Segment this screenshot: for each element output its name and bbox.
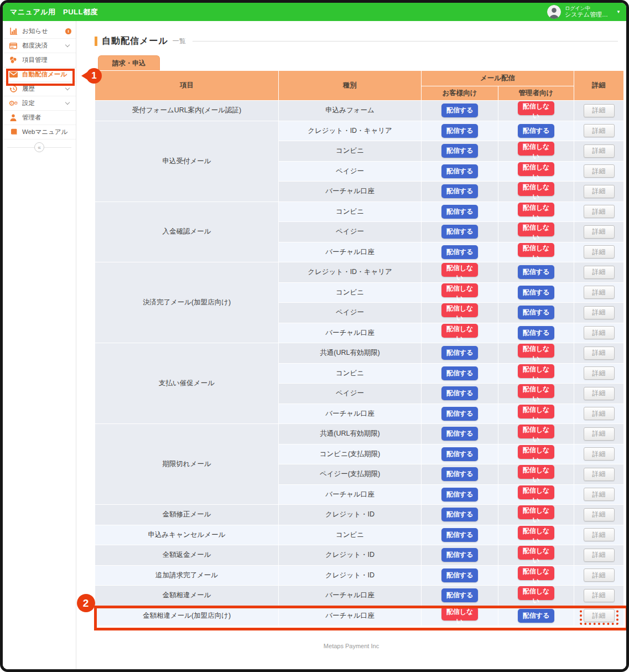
detail-button[interactable]: 詳細 <box>584 306 615 319</box>
deliver-off-button[interactable]: 配信しない <box>518 162 554 176</box>
detail-button[interactable]: 詳細 <box>584 185 615 198</box>
detail-button[interactable]: 詳細 <box>584 549 615 562</box>
detail-button[interactable]: 詳細 <box>584 104 615 117</box>
deliver-off-button[interactable]: 配信しない <box>518 546 554 560</box>
detail-button[interactable]: 詳細 <box>584 568 615 582</box>
page-subtitle: 一覧 <box>173 37 186 46</box>
deliver-off-button[interactable]: 配信しない <box>518 445 554 459</box>
deliver-on-button[interactable]: 配信する <box>441 144 478 158</box>
deliver-on-button[interactable]: 配信する <box>441 346 478 360</box>
deliver-on-button[interactable]: 配信する <box>441 366 478 380</box>
deliver-off-button[interactable]: 配信しない <box>518 586 554 600</box>
customer-delivery-cell: 配信する <box>422 404 498 424</box>
detail-button[interactable]: 詳細 <box>584 245 615 259</box>
deliver-on-button[interactable]: 配信する <box>441 184 478 198</box>
detail-button[interactable]: 詳細 <box>584 366 615 380</box>
deliver-off-button[interactable]: 配信しない <box>518 364 554 378</box>
deliver-on-button[interactable]: 配信する <box>441 427 478 441</box>
deliver-on-button[interactable]: 配信する <box>441 508 478 521</box>
deliver-off-button[interactable]: 配信しない <box>518 223 554 236</box>
deliver-on-button[interactable]: 配信する <box>441 124 478 138</box>
sidebar-item-item-management[interactable]: 項目管理 <box>3 53 76 68</box>
detail-button[interactable]: 詳細 <box>584 387 615 400</box>
deliver-off-button[interactable]: 配信しない <box>518 203 554 216</box>
detail-button[interactable]: 詳細 <box>584 528 615 541</box>
deliver-on-button[interactable]: 配信する <box>441 548 478 562</box>
sidebar-item-payments[interactable]: 都度決済 <box>3 39 76 53</box>
sidebar-item-auto-mail[interactable]: 自動配信メール <box>3 68 76 82</box>
deliver-on-button[interactable]: 配信する <box>441 164 478 178</box>
detail-button[interactable]: 詳細 <box>584 488 615 501</box>
detail-button[interactable]: 詳細 <box>584 427 615 441</box>
deliver-off-button[interactable]: 配信しない <box>441 263 478 277</box>
sidebar-item-history[interactable]: 履歴 <box>3 82 76 96</box>
sidebar-collapse-button[interactable]: « <box>34 142 44 152</box>
deliver-on-button[interactable]: 配信する <box>441 447 478 461</box>
deliver-off-button[interactable]: 配信しない <box>518 505 554 519</box>
deliver-off-button[interactable]: 配信しない <box>518 485 554 499</box>
deliver-on-button[interactable]: 配信する <box>518 265 554 279</box>
detail-button[interactable]: 詳細 <box>584 609 615 622</box>
deliver-on-button[interactable]: 配信する <box>441 104 478 117</box>
sidebar-item-web-manual[interactable]: Webマニュアル <box>3 125 76 139</box>
deliver-off-button[interactable]: 配信しない <box>441 324 478 338</box>
item-cell: 金額修正メール <box>95 505 279 525</box>
deliver-on-button[interactable]: 配信する <box>518 326 554 340</box>
deliver-on-button[interactable]: 配信する <box>518 306 554 319</box>
deliver-off-button[interactable]: 配信しない <box>518 465 554 479</box>
detail-button[interactable]: 詳細 <box>584 347 615 360</box>
deliver-off-button[interactable]: 配信しない <box>518 243 554 257</box>
deliver-on-button[interactable]: 配信する <box>441 245 478 259</box>
deliver-off-button[interactable]: 配信しない <box>441 607 478 621</box>
deliver-on-button[interactable]: 配信する <box>518 286 554 299</box>
credit-card-icon <box>9 43 18 49</box>
detail-button[interactable]: 詳細 <box>584 225 615 239</box>
deliver-off-button[interactable]: 配信しない <box>441 283 478 297</box>
tab-billing-application[interactable]: 請求・申込 <box>98 55 160 70</box>
detail-button[interactable]: 詳細 <box>584 447 615 461</box>
user-menu[interactable]: ログイン中 システム管理… ▼ <box>547 5 621 19</box>
deliver-on-button[interactable]: 配信する <box>518 124 554 138</box>
detail-button[interactable]: 詳細 <box>584 266 615 279</box>
deliver-on-button[interactable]: 配信する <box>441 386 478 400</box>
deliver-off-button[interactable]: 配信しない <box>518 425 554 438</box>
deliver-off-button[interactable]: 配信しない <box>518 405 554 418</box>
deliver-on-button[interactable]: 配信する <box>441 488 478 502</box>
deliver-on-button[interactable]: 配信する <box>441 407 478 421</box>
sidebar-item-label: お知らせ <box>22 27 61 35</box>
deliver-on-button[interactable]: 配信する <box>441 528 478 542</box>
customer-delivery-cell: 配信する <box>422 222 498 242</box>
detail-button[interactable]: 詳細 <box>584 589 615 602</box>
customer-delivery-cell: 配信する <box>422 444 498 464</box>
detail-button[interactable]: 詳細 <box>584 508 615 521</box>
deliver-off-button[interactable]: 配信しない <box>441 303 478 317</box>
deliver-on-button[interactable]: 配信する <box>441 225 478 239</box>
detail-button[interactable]: 詳細 <box>584 407 615 420</box>
deliver-off-button[interactable]: 配信しない <box>518 182 554 196</box>
sidebar-item-settings[interactable]: ⚙⚙ 設定 <box>3 96 76 111</box>
detail-button[interactable]: 詳細 <box>584 326 615 339</box>
detail-cell: 詳細 <box>574 101 624 121</box>
detail-button[interactable]: 詳細 <box>584 144 615 158</box>
detail-button[interactable]: 詳細 <box>584 205 615 218</box>
customer-delivery-cell: 配信しない <box>422 262 498 283</box>
deliver-on-button[interactable]: 配信する <box>441 467 478 481</box>
deliver-on-button[interactable]: 配信する <box>441 588 478 602</box>
detail-button[interactable]: 詳細 <box>584 468 615 481</box>
deliver-off-button[interactable]: 配信しない <box>518 526 554 540</box>
deliver-off-button[interactable]: 配信しない <box>518 384 554 398</box>
deliver-off-button[interactable]: 配信しない <box>518 344 554 358</box>
mail-icon <box>9 71 18 77</box>
detail-button[interactable]: 詳細 <box>584 286 615 299</box>
deliver-on-button[interactable]: 配信する <box>518 609 554 623</box>
sidebar-item-news[interactable]: お知らせ i <box>3 24 76 39</box>
deliver-off-button[interactable]: 配信しない <box>518 142 554 156</box>
deliver-on-button[interactable]: 配信する <box>441 205 478 219</box>
sidebar-item-label: 設定 <box>22 99 61 107</box>
deliver-on-button[interactable]: 配信する <box>441 568 478 582</box>
deliver-off-button[interactable]: 配信しない <box>518 566 554 580</box>
detail-button[interactable]: 詳細 <box>584 164 615 178</box>
detail-button[interactable]: 詳細 <box>584 124 615 137</box>
sidebar-item-admin[interactable]: 管理者 <box>3 111 76 125</box>
deliver-off-button[interactable]: 配信しない <box>518 101 554 115</box>
